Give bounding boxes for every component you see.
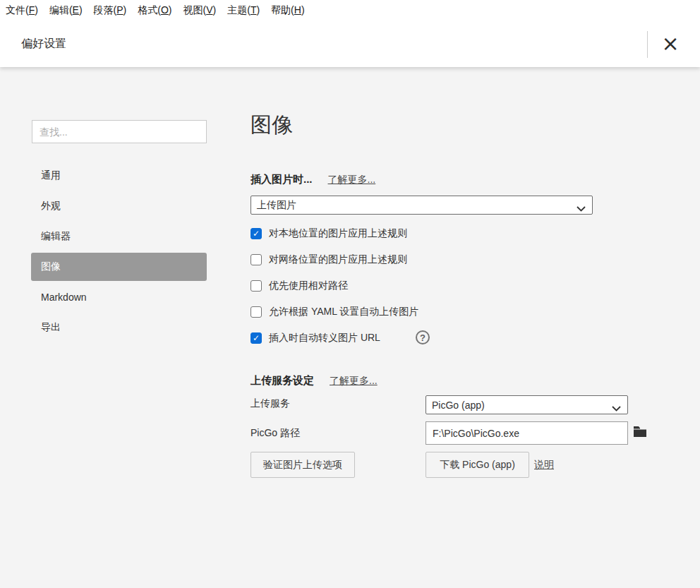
checkbox[interactable] [251,280,262,292]
menu-help[interactable]: 帮助(H) [271,4,304,17]
app-header: 文件(F) 编辑(E) 段落(P) 格式(O) 视图(V) 主题(T) 帮助(H… [0,0,700,67]
dialog-titlebar: 偏好设置 × [0,21,700,67]
upload-section-header: 上传服务设定 了解更多... [251,374,378,388]
chevron-down-icon [577,203,586,214]
picgo-help-link[interactable]: 说明 [534,459,554,472]
checkbox-label: 优先使用相对路径 [269,280,348,292]
upload-service-select-value: PicGo (app) [432,400,485,411]
validate-upload-button[interactable]: 验证图片上传选项 [251,452,355,478]
upload-service-select[interactable]: PicGo (app) [426,395,628,414]
chevron-down-icon [612,402,621,414]
checkbox[interactable] [251,332,262,344]
dialog-title: 偏好设置 [21,37,66,52]
checkbox-label: 插入时自动转义图片 URL [269,332,380,344]
search-input[interactable] [32,120,207,143]
sidebar-nav: 通用 外观 编辑器 图像 Markdown 导出 [31,162,207,344]
checkbox-label: 允许根据 YAML 设置自动上传图片 [269,306,418,318]
sidebar-item-markdown[interactable]: Markdown [31,283,207,311]
upload-service-label: 上传服务 [251,394,290,413]
checkbox-row-network-rules[interactable]: 对网络位置的图片应用上述规则 [251,246,589,272]
checkbox[interactable] [251,306,262,318]
picgo-path-label: PicGo 路径 [251,421,300,445]
sidebar-item-editor[interactable]: 编辑器 [31,222,207,251]
checkbox-row-yaml-upload[interactable]: 允许根据 YAML 设置自动上传图片 [251,299,589,325]
menu-bar: 文件(F) 编辑(E) 段落(P) 格式(O) 视图(V) 主题(T) 帮助(H… [0,0,700,21]
close-icon[interactable]: × [653,27,687,61]
upload-section-title: 上传服务设定 [251,374,314,388]
insert-action-select[interactable]: 上传图片 [251,196,593,215]
sidebar-item-general[interactable]: 通用 [31,162,207,190]
menu-format[interactable]: 格式(O) [138,4,171,17]
checkbox[interactable] [251,254,262,265]
insert-learn-more-link[interactable]: 了解更多... [328,174,376,186]
menu-edit[interactable]: 编辑(E) [49,4,83,17]
folder-icon[interactable] [633,426,647,440]
sidebar-item-export[interactable]: 导出 [31,313,207,342]
insert-image-section-header: 插入图片时... 了解更多... [251,173,375,186]
menu-paragraph[interactable]: 段落(P) [94,4,127,17]
checkbox-row-relative-path[interactable]: 优先使用相对路径 [251,272,589,299]
upload-learn-more-link[interactable]: 了解更多... [330,375,378,388]
menu-view[interactable]: 视图(V) [183,4,217,17]
download-picgo-button[interactable]: 下载 PicGo (app) [426,452,529,478]
page-title: 图像 [251,111,293,140]
checkbox[interactable] [251,228,262,239]
preferences-content: 通用 外观 编辑器 图像 Markdown 导出 图像 插入图片时... 了解更… [0,67,700,588]
menu-file[interactable]: 文件(F) [6,4,38,17]
sidebar-item-appearance[interactable]: 外观 [31,192,207,220]
titlebar-divider [647,31,648,58]
insert-image-section-title: 插入图片时... [251,173,313,186]
picgo-path-input[interactable] [426,421,628,445]
help-icon[interactable]: ? [416,330,430,344]
sidebar-item-image[interactable]: 图像 [31,253,207,281]
checkbox-label: 对本地位置的图片应用上述规则 [269,227,407,240]
checkbox-row-local-rules[interactable]: 对本地位置的图片应用上述规则 [251,220,589,246]
menu-theme[interactable]: 主题(T) [227,4,260,17]
checkbox-label: 对网络位置的图片应用上述规则 [269,253,407,266]
insert-action-select-value: 上传图片 [257,199,296,212]
